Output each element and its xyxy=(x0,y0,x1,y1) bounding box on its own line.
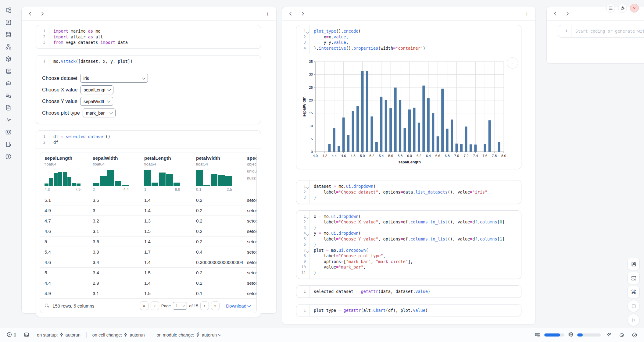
fold-chevron-icon[interactable] xyxy=(306,30,309,36)
ai-sparkles-icon[interactable] xyxy=(604,332,614,338)
choose-plot-type-select[interactable]: mark_bar xyxy=(83,109,116,117)
svg-text:7.2: 7.2 xyxy=(463,154,468,158)
table-summary: 150 rows, 5 columns xyxy=(52,303,95,308)
code-line: ) xyxy=(314,270,505,276)
snippets-icon[interactable] xyxy=(4,128,12,136)
datasources-icon[interactable] xyxy=(4,30,12,38)
stop-icon[interactable] xyxy=(628,300,640,312)
table-cell: 3.2 xyxy=(88,218,140,223)
fold-chevron-icon[interactable] xyxy=(306,232,309,238)
choose-y-value-select[interactable]: sepalWidth xyxy=(80,97,113,106)
fold-chevron-icon[interactable] xyxy=(306,215,309,221)
code-editor[interactable]: 1mo.vstack([dataset, x, y, plot]) xyxy=(36,55,261,67)
dependency-graph-icon[interactable] xyxy=(4,43,12,51)
bar-chart[interactable]: 4.04.24.44.64.85.05.25.45.65.86.06.26.46… xyxy=(302,59,518,166)
control-row: Choose X valuesepalLength xyxy=(42,85,255,94)
tracing-icon[interactable] xyxy=(4,116,12,124)
svg-text:4.0: 4.0 xyxy=(313,154,318,158)
table-row: 4.73.21.30.2setos xyxy=(40,216,256,226)
column-prev-icon[interactable] xyxy=(287,10,294,17)
code-editor[interactable]: 1plot_type = getattr(alt.Chart(df), plot… xyxy=(296,305,521,316)
vstack-output: Choose datasetirisChoose X valuesepalLen… xyxy=(36,67,261,124)
last-page-button[interactable]: » xyxy=(211,301,220,310)
line-number: 6 xyxy=(296,242,306,248)
column-type: float64 xyxy=(93,162,140,166)
copilot-icon[interactable] xyxy=(617,332,626,338)
cpu-usage-meter[interactable] xyxy=(577,333,601,337)
functions-icon[interactable] xyxy=(4,18,12,26)
errors-indicator[interactable]: 0 xyxy=(5,332,18,338)
table-row: 5.13.51.40.2setos xyxy=(40,195,256,205)
column-histogram xyxy=(93,170,129,186)
file-explorer-icon[interactable] xyxy=(4,6,12,14)
code-editor[interactable]: 1234plot_type().encode( x=x.value, y=y.v… xyxy=(296,25,521,54)
column-name: petalLength xyxy=(144,155,192,161)
save-icon[interactable] xyxy=(628,258,640,270)
choose-dataset-select[interactable]: iris xyxy=(80,74,148,83)
search-icon[interactable] xyxy=(45,303,49,308)
empty-cell[interactable]: 1Start coding or generate with AI xyxy=(558,25,644,37)
column-prev-icon[interactable] xyxy=(552,10,559,17)
scratchpad-icon[interactable] xyxy=(4,140,12,148)
code-line: label="Choose plot type", xyxy=(314,253,505,259)
code-editor[interactable]: 1selected_dataset = getattr(data, datase… xyxy=(296,286,521,297)
column-prev-icon[interactable] xyxy=(27,10,34,17)
fold-chevron-icon[interactable] xyxy=(306,249,309,255)
on-cell-change-setting[interactable]: on cell change: autorun xyxy=(91,332,147,338)
first-page-button[interactable]: « xyxy=(140,301,148,310)
dataset-dropdown-cell: 123dataset = mo.ui.dropdown( label="Choo… xyxy=(296,180,521,204)
table-cell: 3.5 xyxy=(88,198,140,203)
column-next-icon[interactable] xyxy=(564,10,571,17)
control-label: Choose X value xyxy=(42,87,78,93)
layout-icon[interactable] xyxy=(628,272,640,284)
svg-text:7.0: 7.0 xyxy=(454,154,459,158)
variables-search-icon[interactable] xyxy=(4,91,12,99)
add-cell-button[interactable]: + xyxy=(523,10,531,18)
download-button[interactable]: Download xyxy=(224,303,252,309)
documentation-icon[interactable] xyxy=(4,104,12,112)
svg-text:5.4: 5.4 xyxy=(379,154,384,158)
on-startup-setting[interactable]: on startup: autorun xyxy=(35,332,82,338)
chart-menu-icon[interactable]: ⋯ xyxy=(507,57,518,69)
column-histogram xyxy=(45,170,80,186)
prev-page-button[interactable]: ‹ xyxy=(151,301,159,310)
help-icon[interactable] xyxy=(4,152,12,160)
svg-text:25: 25 xyxy=(309,86,313,89)
column-next-icon[interactable] xyxy=(299,10,306,17)
table-row: 4.63.11.50.2setos xyxy=(40,226,256,236)
page-select[interactable]: 1 xyxy=(173,302,187,310)
memory-usage-meter[interactable] xyxy=(544,333,564,337)
packages-icon[interactable] xyxy=(4,55,12,63)
connection-status-icon[interactable] xyxy=(630,332,639,338)
notebook-column-2: + 1234plot_type().encode( x=x.value, y=y… xyxy=(282,7,536,324)
ai-chat-icon[interactable] xyxy=(4,79,12,87)
code-editor[interactable]: 1234567891011x = mo.ui.dropdown( label="… xyxy=(296,211,521,279)
keyboard-shortcuts-icon[interactable]: ⌘ xyxy=(628,286,640,298)
column-next-icon[interactable] xyxy=(39,10,46,17)
menu-icon[interactable] xyxy=(606,4,615,12)
code-line: x = mo.ui.dropdown( xyxy=(314,214,505,219)
choose-x-value-select[interactable]: sepalLength xyxy=(80,85,113,94)
settings-gear-icon[interactable] xyxy=(618,4,627,12)
code-editor[interactable]: 12df = selected_dataset()df xyxy=(36,131,261,148)
fold-chevron-icon[interactable] xyxy=(306,185,309,191)
line-number: 2 xyxy=(296,219,306,225)
code-editor[interactable]: 123dataset = mo.ui.dropdown( label="Choo… xyxy=(296,180,521,204)
table-cell: 0.30000000000000004 xyxy=(192,260,243,265)
svg-text:15: 15 xyxy=(309,111,313,115)
add-cell-button[interactable]: + xyxy=(264,10,271,18)
close-icon[interactable]: × xyxy=(630,4,639,12)
logs-icon[interactable] xyxy=(4,67,12,75)
table-cell: setos xyxy=(243,208,256,213)
next-page-button[interactable]: › xyxy=(200,301,209,310)
code-editor[interactable]: 123import marimo as moimport altair as a… xyxy=(36,25,261,48)
terminal-icon[interactable] xyxy=(22,332,31,339)
column-stat: nulls: xyxy=(247,176,256,180)
run-all-icon[interactable] xyxy=(628,314,640,326)
line-numbers: 12 xyxy=(36,131,49,148)
lightning-bolt-icon xyxy=(196,332,200,338)
column-range: 4.37.9 xyxy=(45,187,80,192)
on-module-change-setting[interactable]: on module change: autorun xyxy=(155,332,223,338)
code-editor[interactable]: 1Start coding or generate with AI xyxy=(558,25,644,37)
table-cell: setos xyxy=(243,218,256,223)
